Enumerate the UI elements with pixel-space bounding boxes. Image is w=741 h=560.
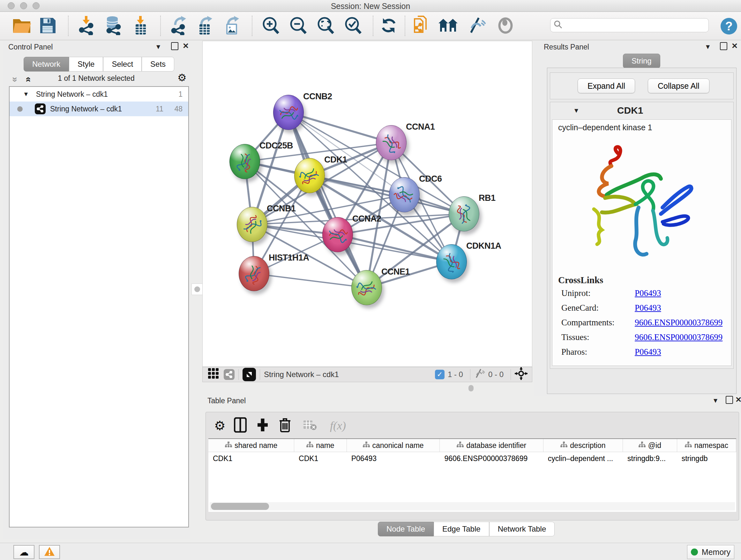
table-cell[interactable]: cyclin–dependent ... bbox=[543, 452, 623, 465]
network-row[interactable]: String Network – cdk1 11 48 bbox=[10, 102, 188, 116]
close-panel-icon[interactable]: ✕ bbox=[735, 395, 741, 404]
network-node-RB1[interactable] bbox=[449, 196, 479, 232]
network-node-CCNE1[interactable] bbox=[351, 270, 382, 305]
column-header-shared-name[interactable]: shared name bbox=[208, 439, 294, 452]
birds-eye-view-icon[interactable] bbox=[243, 368, 256, 381]
export-table-button[interactable] bbox=[195, 16, 216, 36]
crosslink-link[interactable]: P06493 bbox=[635, 347, 661, 357]
hide-selected-button[interactable] bbox=[467, 16, 487, 36]
tab-style[interactable]: Style bbox=[69, 57, 103, 71]
node-label-CCNE1: CCNE1 bbox=[381, 267, 410, 277]
column-header--id[interactable]: @id bbox=[623, 439, 677, 452]
crosslink-link[interactable]: P06493 bbox=[635, 288, 661, 298]
close-panel-icon[interactable]: ✕ bbox=[731, 42, 738, 51]
selected-checkbox-icon[interactable]: ✓ bbox=[435, 370, 445, 379]
tab-network-table[interactable]: Network Table bbox=[489, 522, 555, 537]
gene-section-header[interactable]: ▼ CDK1 bbox=[550, 102, 733, 119]
search-box[interactable] bbox=[550, 18, 709, 32]
expand-all-button[interactable]: Expand All bbox=[578, 78, 635, 93]
network-node-CDC25B[interactable] bbox=[229, 144, 260, 179]
table-cell[interactable]: stringdb:9... bbox=[623, 452, 677, 465]
tab-string[interactable]: String bbox=[623, 54, 660, 68]
column-header-name[interactable]: name bbox=[294, 439, 347, 452]
collapse-all-button[interactable]: Collapse All bbox=[648, 78, 710, 93]
zoom-selected-button[interactable] bbox=[343, 16, 363, 36]
table-cell[interactable]: CDK1 bbox=[294, 452, 347, 465]
column-header-namespac[interactable]: namespac bbox=[677, 439, 736, 452]
network-node-CDKN1A[interactable] bbox=[436, 244, 467, 279]
float-panel-icon[interactable]: ▾ bbox=[156, 42, 160, 51]
network-canvas[interactable]: CCNB2 CCNA1 CDC25B CDK1 CDC6 RB1 CCNB1 bbox=[202, 41, 532, 367]
cloud-status-button[interactable]: ☁ bbox=[13, 545, 35, 559]
table-cell[interactable]: stringdb bbox=[677, 452, 736, 465]
create-column-button[interactable] bbox=[254, 417, 271, 435]
protein-structure-image bbox=[588, 139, 696, 266]
table-cell[interactable]: P06493 bbox=[347, 452, 440, 465]
column-header-canonical-name[interactable]: canonical name bbox=[347, 439, 440, 452]
network-options-gear-icon[interactable]: ⚙ bbox=[178, 71, 187, 84]
zoom-in-button[interactable] bbox=[260, 16, 281, 36]
table-cell[interactable]: 9606.ENSP00000378699 bbox=[440, 452, 543, 465]
import-table-from-file-button[interactable] bbox=[130, 16, 151, 36]
tab-edge-table[interactable]: Edge Table bbox=[434, 522, 489, 537]
string-network-icon bbox=[35, 104, 46, 114]
search-input[interactable] bbox=[562, 21, 698, 30]
column-header-description[interactable]: description bbox=[543, 439, 623, 452]
tab-sets[interactable]: Sets bbox=[142, 57, 174, 71]
network-collection-row[interactable]: ▼ String Network – cdk1 1 bbox=[10, 87, 188, 102]
table-data-row[interactable]: CDK1CDK1P064939606.ENSP00000378699cyclin… bbox=[208, 452, 736, 465]
undock-panel-icon[interactable] bbox=[726, 396, 733, 406]
network-node-CDC6[interactable] bbox=[389, 177, 420, 212]
left-splitter-handle[interactable] bbox=[192, 284, 203, 295]
network-node-CCNA1[interactable] bbox=[376, 125, 407, 160]
zoom-out-button[interactable] bbox=[288, 16, 308, 36]
node-table[interactable]: shared namenamecanonical namedatabase id… bbox=[208, 438, 736, 512]
crosslink-link[interactable]: 9606.ENSP00000378699 bbox=[635, 318, 723, 327]
grid-view-icon[interactable] bbox=[208, 368, 219, 381]
tab-node-table[interactable]: Node Table bbox=[378, 522, 434, 537]
memory-button[interactable]: Memory bbox=[687, 545, 734, 559]
scrollbar-thumb[interactable] bbox=[211, 503, 269, 510]
network-node-HIST1H1A[interactable] bbox=[239, 256, 269, 291]
close-panel-icon[interactable]: ✕ bbox=[183, 42, 189, 51]
delete-column-button[interactable] bbox=[277, 417, 293, 435]
undock-panel-icon[interactable] bbox=[171, 42, 179, 52]
network-node-CDK1[interactable] bbox=[294, 158, 325, 193]
pan-crosshair-icon[interactable] bbox=[515, 367, 528, 382]
save-session-button[interactable] bbox=[38, 16, 58, 36]
zoom-fit-button[interactable] bbox=[315, 16, 336, 36]
collection-expander-icon[interactable]: ▼ bbox=[23, 91, 29, 98]
horizontal-scrollbar[interactable] bbox=[210, 502, 735, 510]
column-header-database-identifier[interactable]: database identifier bbox=[440, 439, 543, 452]
table-options-button[interactable]: ⚙ bbox=[212, 417, 228, 435]
help-button[interactable]: ? bbox=[719, 16, 739, 36]
network-node-CCNA2[interactable] bbox=[322, 217, 353, 252]
show-columns-button[interactable] bbox=[232, 417, 249, 435]
refresh-button[interactable] bbox=[379, 16, 399, 36]
bottom-splitter-handle[interactable] bbox=[468, 385, 474, 391]
float-panel-icon[interactable]: ▾ bbox=[714, 396, 718, 405]
open-session-button[interactable] bbox=[11, 16, 32, 36]
network-view-title: String Network – cdk1 bbox=[264, 370, 339, 379]
tab-network[interactable]: Network bbox=[23, 57, 69, 71]
import-network-from-file-button[interactable] bbox=[77, 16, 97, 36]
table-cell[interactable]: CDK1 bbox=[208, 452, 294, 465]
import-network-from-database-button[interactable] bbox=[103, 16, 123, 36]
share-document-button[interactable] bbox=[412, 16, 432, 36]
undock-panel-icon[interactable] bbox=[720, 42, 727, 52]
section-expander-icon[interactable]: ▼ bbox=[573, 107, 580, 114]
float-panel-icon[interactable]: ▾ bbox=[706, 42, 710, 51]
crosslink-link[interactable]: 9606.ENSP00000378699 bbox=[635, 332, 723, 342]
toolbar-separator bbox=[160, 16, 161, 36]
export-network-button[interactable] bbox=[169, 16, 190, 36]
crosslink-link[interactable]: P06493 bbox=[635, 303, 661, 313]
show-all-button[interactable] bbox=[495, 16, 516, 36]
network-view-share-icon[interactable] bbox=[224, 369, 234, 380]
warnings-button[interactable] bbox=[39, 545, 60, 559]
network-node-CCNB2[interactable] bbox=[273, 95, 304, 130]
string-home-button[interactable] bbox=[438, 16, 458, 36]
tab-select[interactable]: Select bbox=[103, 57, 142, 71]
export-image-button[interactable] bbox=[222, 16, 243, 36]
network-node-CCNB1[interactable] bbox=[237, 207, 267, 242]
control-panel: Control Panel ▾ ✕ Network Style Select S… bbox=[3, 41, 190, 539]
